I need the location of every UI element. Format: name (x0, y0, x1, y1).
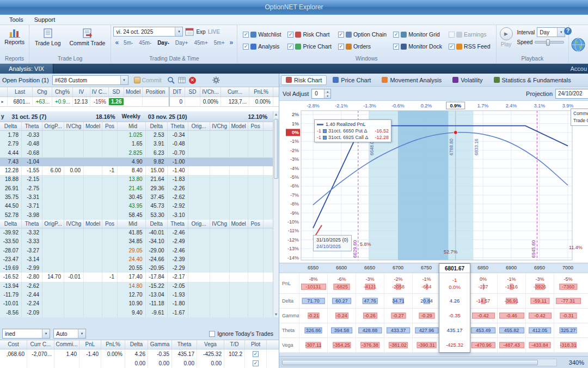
option-row[interactable]: 41.85-40.01-2.46 (121, 228, 273, 237)
col-header-model[interactable]: Model (124, 87, 143, 96)
col-header-last[interactable]: Last (8, 87, 33, 96)
nav-5m[interactable]: 5m- (121, 39, 136, 46)
col-header-curr[interactable]: Curr... (221, 87, 249, 96)
option-row[interactable]: 12.70-13.04-1.93 (121, 291, 273, 299)
option-row[interactable]: -8.56-2.09 (0, 309, 121, 317)
option-row[interactable]: -28.07-3.27 (0, 246, 121, 255)
speed-slider-thumb[interactable] (546, 39, 550, 46)
checkbox-checked[interactable] (243, 32, 249, 38)
col-header-chg[interactable]: Chg% (52, 87, 73, 96)
col-header-origp[interactable]: OrigP... (42, 122, 64, 130)
option-row[interactable]: 26.91-2.75 (0, 184, 121, 193)
tab-statistics-fundamentals[interactable]: Statistics & Fundamentals (489, 75, 576, 85)
col-header-ivchg[interactable]: IVChg (64, 220, 84, 228)
option-row[interactable]: -10.01-2.24 (0, 299, 121, 308)
col-header-pnl[interactable]: PnL% (101, 340, 125, 349)
col-header-delta[interactable]: Delta (146, 220, 168, 228)
col-header-curr-c[interactable]: Curr C... (27, 340, 54, 349)
col-header-sd[interactable]: SD (109, 87, 124, 96)
speed-slider[interactable] (535, 41, 564, 44)
trade-log-button[interactable]: Trade Log (32, 27, 64, 47)
col-header-vega[interactable]: Vega (197, 340, 224, 349)
col-header-theta[interactable]: Theta (172, 340, 197, 349)
tab-strip-right-text[interactable]: Accou (570, 64, 587, 74)
checkbox-checked[interactable] (338, 32, 344, 38)
window-toggle-option-chain[interactable]: Option Chain (338, 31, 387, 38)
option-row[interactable]: 29.05-29.00-2.46 (121, 246, 273, 255)
reports-button[interactable]: Reports (2, 27, 27, 46)
col-header-model[interactable]: Model (230, 122, 248, 130)
interval-select[interactable]: Day▾ (537, 27, 565, 37)
option-row[interactable]: 2.79-0.48 (0, 140, 121, 148)
option-row[interactable]: 44.50-3.71 (0, 202, 121, 210)
comments-button[interactable]: Comme (573, 110, 588, 117)
calendar-icon[interactable] (185, 27, 194, 36)
col-header-chg[interactable]: Chg (33, 87, 52, 96)
col-header-mid[interactable]: Mid (121, 220, 146, 228)
checkbox-checked[interactable] (393, 44, 399, 50)
spin-down-icon[interactable]: ▼ (324, 94, 330, 98)
option-row[interactable]: 30.4537.45-2.62 (121, 193, 273, 202)
option-row[interactable]: 4.44-0.68 (0, 149, 121, 158)
expander-icon[interactable]: ▸ (0, 97, 8, 106)
tab-price-chart[interactable]: Price Chart (328, 75, 376, 85)
option-row[interactable]: -16.52-2.8014.70-0.01-1 (0, 273, 121, 281)
col-header-pos[interactable]: Pos (248, 122, 264, 130)
trade-orders-button[interactable]: Trade O (573, 117, 588, 124)
option-row[interactable]: -23.47-3.14 (0, 255, 121, 264)
option-row[interactable]: -11.79-2.44 (0, 291, 121, 299)
col-header-delta[interactable]: Delta (0, 122, 22, 130)
option-row[interactable]: 52.78-3.98 (0, 211, 121, 220)
col-header-dit[interactable]: DIT (169, 87, 185, 96)
checkbox-checked[interactable] (253, 351, 259, 357)
checkbox-checked[interactable] (393, 32, 399, 38)
option-row[interactable]: 34.85-34.10-2.49 (121, 237, 273, 246)
scrollbar-thumb[interactable] (274, 119, 278, 179)
checkbox-checked[interactable] (449, 44, 455, 50)
option-row[interactable]: 2.8256.23-0.70 (121, 149, 273, 158)
col-header-delta[interactable]: Delta (125, 340, 148, 349)
col-header-cost[interactable]: Cost (0, 340, 27, 349)
option-row[interactable]: 17.40-17.84-2.17 (121, 273, 273, 281)
option-row[interactable]: 14.80-15.22-2.05 (121, 282, 273, 291)
col-header-position[interactable]: Position (143, 87, 169, 96)
search-icon[interactable] (167, 76, 175, 84)
window-toggle-risk-chart[interactable]: Risk Chart (287, 31, 332, 38)
option-row[interactable]: 20.55-20.95-2.29 (121, 264, 273, 273)
checkbox-checked[interactable] (287, 44, 293, 50)
option-row[interactable]: 9.40-9.61-1.67 (121, 309, 273, 317)
option-row[interactable]: -39.92-3.32 (0, 228, 121, 237)
tab-volatility[interactable]: Volatility (448, 75, 487, 85)
nav-45m[interactable]: 45m+ (191, 39, 210, 46)
options-scrollbar[interactable]: ▲ ▼ (273, 111, 279, 317)
scroll-down-icon[interactable]: ▼ (274, 312, 278, 316)
option-row[interactable]: 12.28-1.556.000.00-1 (0, 166, 121, 175)
option-row[interactable]: -19.69-2.99 (0, 264, 121, 273)
col-header-delta[interactable]: Delta (0, 220, 22, 228)
checkbox-checked[interactable] (243, 44, 249, 50)
col-header-theta[interactable]: Theta (22, 220, 42, 228)
option-row[interactable]: 58.4553.30-3.10 (121, 211, 273, 220)
col-header-gamma[interactable]: Gamma (148, 340, 172, 349)
option-row[interactable]: 18.88-2.15 (0, 175, 121, 184)
col-header-delta[interactable]: Delta (146, 122, 168, 130)
col-header-ivchg[interactable]: IVChg (64, 122, 84, 130)
spin-up-icon[interactable]: ▲ (324, 89, 330, 94)
help-icon[interactable]: ? (564, 27, 572, 35)
tab-risk-chart[interactable]: Risk Chart (281, 75, 327, 85)
option-row[interactable]: 43.9545.73-2.92 (121, 202, 273, 210)
col-header-mid[interactable]: Mid (121, 122, 146, 130)
vol-adjust-spinner[interactable]: 0 ▲▼ (311, 89, 331, 99)
option-row[interactable]: 35.75-3.31 (0, 193, 121, 202)
window-toggle-rss-feed[interactable]: RSS Feed (449, 43, 490, 50)
expiration-header[interactable]: Weekly 03 nov. 25 (10) 12.10% (121, 111, 273, 122)
nav-back-icon[interactable]: « (113, 39, 120, 46)
window-toggle-analysis[interactable]: Analysis (243, 43, 281, 50)
col-header-plot[interactable]: Plot (245, 340, 267, 349)
grid-view-icon[interactable] (178, 76, 186, 84)
option-row[interactable]: 1.0252.53-0.34 (121, 131, 273, 140)
checkbox-unchecked[interactable] (449, 32, 455, 38)
position-row[interactable]: ▸6801...+63...+0.9...12.13-15%1.2600.00%… (0, 97, 279, 106)
option-row[interactable]: -13.94-2.62 (0, 282, 121, 291)
window-toggle-watchlist[interactable]: Watchlist (243, 31, 281, 38)
